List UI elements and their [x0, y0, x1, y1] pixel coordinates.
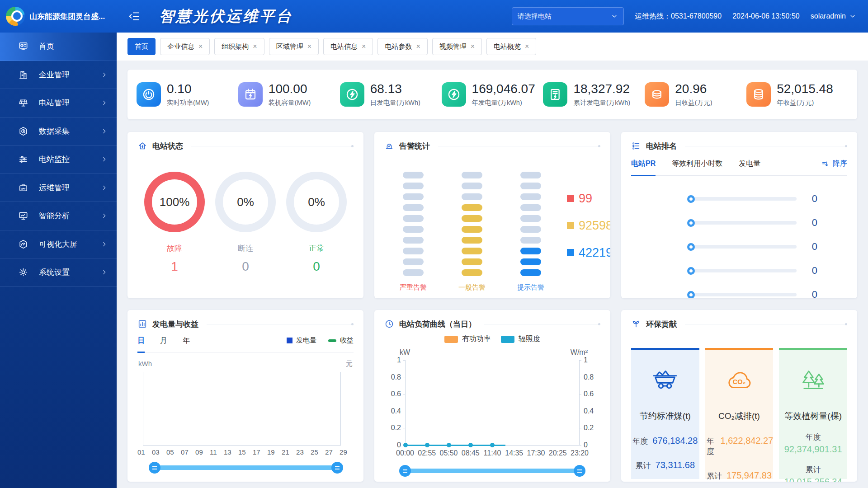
donut-percent: 0% — [237, 195, 254, 209]
chevron-right-icon — [101, 71, 108, 78]
environment-card: 环保贡献 节约标准煤(t)年度676,184.28累计73,311.68CO₂C… — [621, 310, 857, 482]
x-axis-label: 25 — [311, 448, 318, 456]
tab-首页[interactable]: 首页 — [127, 38, 156, 55]
sidebar-item-电站监控[interactable]: 电站监控 — [0, 145, 117, 174]
status-donut: 0%正常0 — [286, 172, 347, 274]
slider-handle-left[interactable] — [149, 462, 160, 474]
stat-value: 169,046.07 — [472, 82, 535, 96]
environment-value-row: 累计10,015,256.34 — [779, 465, 847, 482]
tab-close-icon[interactable]: × — [416, 43, 420, 50]
data-collect-icon — [18, 126, 28, 136]
sidebar-item-首页[interactable]: 首页 — [0, 33, 117, 61]
energy-revenue-card: 发电量与收益 日月年发电量收益 kWh 元 010305070911131517… — [127, 310, 363, 482]
tab-close-icon[interactable]: × — [307, 43, 311, 50]
slider-handle-left[interactable] — [399, 465, 411, 477]
legend-item-有功功率[interactable]: 有功功率 — [444, 334, 491, 344]
environment-value-label: 年度 — [705, 436, 716, 457]
alarm-segment — [403, 172, 424, 178]
sort-order-button[interactable]: 降序 — [821, 159, 847, 175]
ranking-tab-发电量[interactable]: 发电量 — [739, 159, 760, 175]
station-select[interactable]: 请选择电站 — [512, 7, 624, 25]
y-axis-tick-label: 0.6 — [584, 390, 594, 398]
chevron-down-icon — [849, 13, 856, 20]
x-axis-label: 17:30 — [527, 449, 545, 457]
x-axis-label: 27 — [325, 448, 333, 456]
station-ranking-card: 电站排名 电站PR等效利用小时数发电量降序 00000 — [621, 132, 857, 298]
environment-value: 73,311.68 — [656, 460, 695, 470]
environment-metric-name: 等效植树量(棵) — [779, 410, 847, 422]
legend-square-icon — [567, 195, 574, 202]
sidebar-item-label: 可视化大屏 — [39, 239, 77, 249]
tab-视频管理[interactable]: 视频管理× — [432, 38, 482, 55]
ranking-dot-icon — [687, 219, 695, 227]
ranking-bar — [693, 197, 797, 201]
ranking-row: 0 — [687, 265, 817, 277]
x-axis-label: 05:50 — [439, 449, 458, 457]
environment-value: 10,015,256.34 — [784, 477, 842, 482]
irradiance-point — [490, 443, 495, 447]
legend-item-辐照度[interactable]: 辐照度 — [501, 334, 540, 344]
tab-close-icon[interactable]: × — [253, 43, 257, 50]
alarm-column-label: 严重告警 — [400, 283, 427, 292]
legend-item-收益[interactable]: 收益 — [328, 336, 354, 345]
irradiance-point — [447, 443, 451, 447]
tab-label: 企业信息 — [167, 42, 194, 51]
tab-企业信息[interactable]: 企业信息× — [160, 38, 210, 55]
tab-close-icon[interactable]: × — [471, 43, 475, 50]
legend-square-icon — [567, 249, 574, 256]
sidebar-item-可视化大屏[interactable]: 可视化大屏 — [0, 230, 117, 259]
slider-track[interactable] — [155, 465, 337, 470]
home-dashboard-icon — [18, 41, 28, 52]
sidebar-collapse-icon[interactable] — [128, 10, 140, 22]
environment-metric-name: 节约标准煤(t) — [631, 410, 699, 422]
ranking-tab-等效利用小时数[interactable]: 等效利用小时数 — [672, 159, 722, 175]
bigscreen-icon — [18, 239, 28, 249]
ranking-tabs: 电站PR等效利用小时数发电量降序 — [631, 159, 847, 176]
tab-close-icon[interactable]: × — [198, 43, 203, 50]
sidebar-item-label: 运维管理 — [39, 183, 70, 193]
ranking-tab-电站PR[interactable]: 电站PR — [631, 159, 656, 176]
tab-close-icon[interactable]: × — [362, 43, 366, 50]
sidebar-item-数据采集[interactable]: 数据采集 — [0, 117, 117, 146]
axis-tick — [403, 428, 406, 428]
sidebar-item-电站管理[interactable]: 电站管理 — [0, 89, 117, 117]
datetime-text: 2024-06-06 13:50:50 — [732, 12, 800, 20]
ranking-bar — [693, 293, 797, 296]
chevron-right-icon — [101, 212, 108, 219]
period-tabs: 日月年发电量收益 — [137, 336, 354, 352]
sidebar-item-企业管理[interactable]: 企业管理 — [0, 61, 117, 89]
alarm-legend-item: 99 — [567, 192, 610, 205]
x-axis-label: 21 — [282, 448, 289, 456]
user-menu[interactable]: solaradmin — [811, 12, 856, 20]
sidebar-item-智能分析[interactable]: 智能分析 — [0, 202, 117, 230]
tab-电站信息[interactable]: 电站信息× — [323, 38, 373, 55]
x-axis-label: 05 — [166, 448, 174, 456]
tab-电站概览[interactable]: 电站概览× — [486, 38, 536, 55]
x-axis-label: 17 — [253, 448, 260, 456]
legend-label: 收益 — [340, 336, 354, 345]
load-curve-range-slider[interactable] — [405, 465, 580, 477]
slider-handle-right[interactable] — [331, 462, 343, 474]
alarm-segment — [520, 248, 541, 254]
tab-区域管理[interactable]: 区域管理× — [269, 38, 319, 55]
period-tab-月[interactable]: 月 — [160, 336, 167, 352]
period-tab-年[interactable]: 年 — [183, 336, 190, 352]
sidebar-item-系统设置[interactable]: 系统设置 — [0, 258, 117, 287]
company-name: 山东能源集团灵台盛... — [29, 11, 105, 22]
environment-value-row: 年度92,374,901.31 — [779, 432, 847, 455]
y-axis-tick-label: 1 — [397, 356, 401, 364]
period-tab-日[interactable]: 日 — [137, 336, 145, 353]
sidebar-item-运维管理[interactable]: 运维管理 — [0, 174, 117, 202]
stat-item: 68.13日发电量(万kWh) — [340, 82, 442, 107]
tab-close-icon[interactable]: × — [525, 43, 529, 50]
alarm-segments — [403, 172, 424, 276]
energy-range-slider[interactable] — [155, 461, 337, 474]
slider-handle-right[interactable] — [574, 465, 585, 477]
legend-item-发电量[interactable]: 发电量 — [287, 336, 316, 345]
tab-组织架构[interactable]: 组织架构× — [214, 38, 264, 55]
y-axis-tick-label: 0 — [584, 441, 588, 449]
tab-label: 首页 — [135, 42, 148, 51]
card-title: 电站状态 — [152, 141, 183, 151]
tab-电站参数[interactable]: 电站参数× — [377, 38, 427, 55]
slider-track[interactable] — [405, 469, 580, 473]
